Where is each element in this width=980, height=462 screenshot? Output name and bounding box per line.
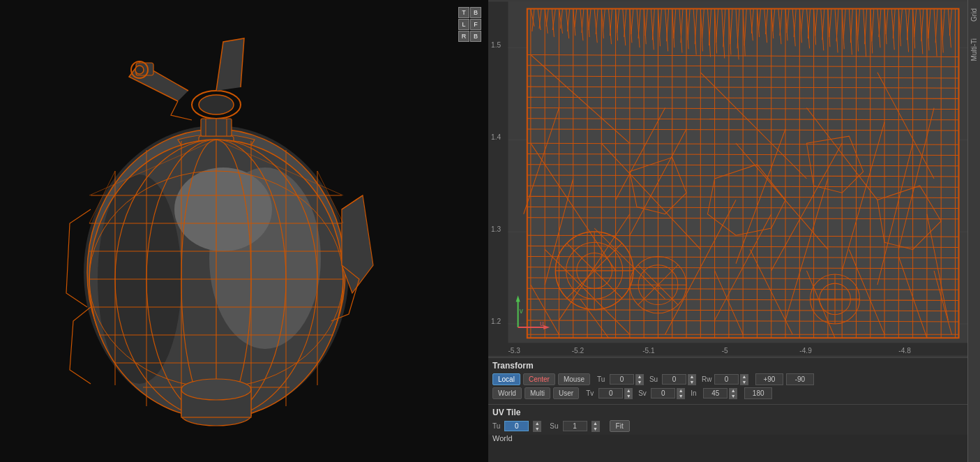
view-cube[interactable]: T B L F R B [458,7,481,42]
transform-header: Transform ? [492,361,976,371]
input-su[interactable] [662,374,686,385]
btn-local[interactable]: Local [492,373,520,385]
cube-l[interactable]: L [458,19,469,30]
svg-text:-5.3: -5.3 [508,347,520,355]
input-sv[interactable] [651,388,675,398]
btn-fit[interactable]: Fit [610,420,630,432]
btn-plus90[interactable]: +90 [755,373,783,385]
right-panel: 1.5 1.4 1.3 1.2 -5.3 -5.2 -5.1 -5 -4.9 -… [488,0,980,462]
spin-su-down[interactable]: ▼ [688,380,696,385]
field-tu: Tu ▲ ▼ [597,374,644,385]
spinner-tv: ▲ ▼ [624,388,633,399]
spin-su-up[interactable]: ▲ [688,374,696,380]
uv-viewport[interactable]: 1.5 1.4 1.3 1.2 -5.3 -5.2 -5.1 -5 -4.9 -… [488,0,980,357]
field-su: Su ▲ ▼ [649,374,696,385]
btn-multi[interactable]: Multi [525,387,550,399]
spin-in-up[interactable]: ▲ [729,388,737,394]
label-in: In [691,389,702,397]
cube-b1[interactable]: B [470,7,481,18]
spin-in-down[interactable]: ▼ [729,394,737,399]
spin-uvsu-down[interactable]: ▼ [591,426,600,432]
svg-point-31 [181,379,251,400]
btn-world[interactable]: World [492,387,522,399]
spinner-in: ▲ ▼ [729,388,737,399]
svg-text:1.3: 1.3 [491,225,501,233]
field-in: In ▲ ▼ [691,388,737,399]
uvtile-label-tu: Tu [492,422,500,430]
input-rw[interactable] [714,374,739,385]
svg-point-33 [199,95,234,114]
spin-tu-down[interactable]: ▼ [635,380,644,385]
label-su: Su [649,375,661,383]
spin-sv-up[interactable]: ▲ [677,388,685,394]
viewport-3d-panel[interactable]: T B L F R B [0,0,488,462]
transform-panel: Transform ? Local Center Mouse Tu ▲ ▼ [488,357,980,404]
spin-rw-down[interactable]: ▼ [740,380,748,385]
transform-row-1: Local Center Mouse Tu ▲ ▼ Su [492,373,976,385]
spin-tu-up[interactable]: ▲ [635,374,644,380]
transform-row-2: World Multi User Tv ▲ ▼ Sv ▲ [492,387,976,399]
svg-rect-46 [488,1,508,355]
svg-text:1.4: 1.4 [491,133,501,141]
spin-uvtu-down[interactable]: ▼ [533,426,541,432]
spin-tv-down[interactable]: ▼ [624,394,633,399]
field-sv: Sv ▲ ▼ [638,388,685,399]
label-tu: Tu [597,375,608,383]
svg-text:u: u [540,320,544,327]
svg-text:-5.2: -5.2 [572,347,585,355]
uvtile-panel: UV Tile ? Tu ▲ ▼ Su ▲ ▼ Fit [488,404,980,435]
field-rw: Rw ▲ ▼ [702,374,748,385]
transform-title: Transform [492,361,534,371]
svg-text:-5.1: -5.1 [642,347,655,355]
spin-rw-up[interactable]: ▲ [740,374,748,380]
spinner-su: ▲ ▼ [688,374,696,385]
spin-uvtu-up[interactable]: ▲ [533,421,541,426]
field-tv: Tv ▲ ▼ [586,388,633,399]
uvtile-input-tu[interactable] [504,421,529,431]
cube-top[interactable]: T [458,7,469,18]
input-tv[interactable] [598,388,623,398]
label-tv: Tv [586,389,597,397]
svg-text:1.2: 1.2 [491,318,501,325]
cube-f[interactable]: F [470,19,481,30]
input-in[interactable] [703,388,728,398]
spin-uvsu-up[interactable]: ▲ [591,421,600,426]
side-tab: Grid Multi-Ti [967,0,980,462]
svg-text:-4.9: -4.9 [799,347,812,355]
side-tab-multiti[interactable]: Multi-Ti [969,37,979,62]
spin-sv-down[interactable]: ▼ [677,394,685,399]
bottom-panels: Transform ? Local Center Mouse Tu ▲ ▼ [488,357,980,462]
cube-b2[interactable]: B [470,31,481,42]
uvtile-label-su: Su [550,422,558,430]
btn-minus90[interactable]: -90 [786,373,814,385]
spin-tv-up[interactable]: ▲ [624,388,633,394]
side-tab-grid[interactable]: Grid [969,7,979,23]
label-sv: Sv [638,389,649,397]
cube-r[interactable]: R [458,31,469,42]
btn-mouse[interactable]: Mouse [558,373,590,385]
uvtile-title: UV Tile [492,408,520,417]
btn-180[interactable]: 180 [744,387,772,399]
uvtile-row: Tu ▲ ▼ Su ▲ ▼ Fit [492,420,976,432]
btn-user[interactable]: User [553,387,579,399]
input-tu[interactable] [610,374,634,385]
world-label: World [492,434,513,442]
svg-point-8 [174,167,272,251]
svg-text:-4.8: -4.8 [898,347,911,355]
spinner-tu: ▲ ▼ [635,374,644,385]
svg-text:-5: -5 [722,347,728,355]
label-rw: Rw [702,375,713,383]
spinner-rw: ▲ ▼ [740,374,748,385]
uvtile-header: UV Tile ? [492,408,976,417]
svg-point-36 [135,66,144,74]
btn-center[interactable]: Center [523,373,555,385]
uvtile-input-su[interactable] [563,421,587,431]
svg-text:1.5: 1.5 [491,41,501,49]
spinner-sv: ▲ ▼ [677,388,685,399]
